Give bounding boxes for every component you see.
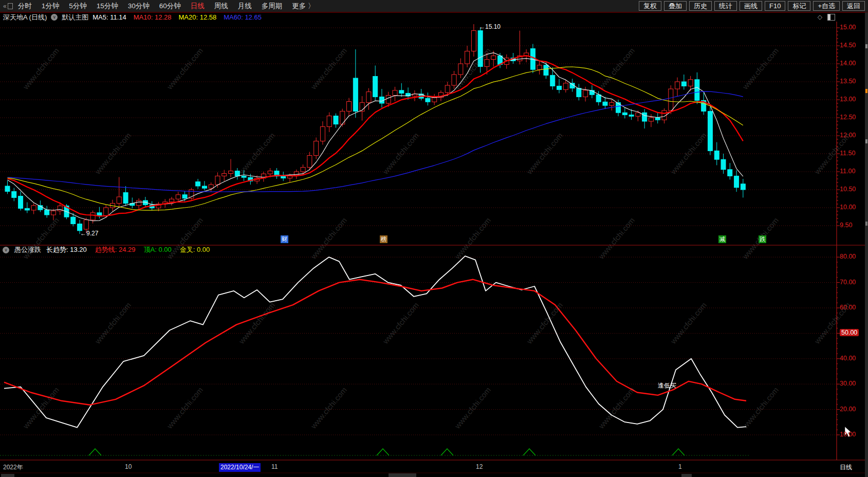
time-axis-label: 11	[271, 463, 278, 470]
signal-badge: 财	[281, 235, 288, 243]
buy-low-annotation: 逢低买	[658, 381, 676, 390]
trading-app-window: « 分时1分钟5分钟15分钟30分钟60分钟日线周线月线多周期更多 〉 复权叠加…	[0, 0, 868, 477]
price-axis-tick: 13.00	[840, 96, 856, 103]
price-axis-tick: 11.50	[840, 150, 855, 157]
time-axis-label: 1	[678, 463, 682, 470]
time-axis-label: 2022年	[3, 463, 23, 472]
signal-badge: 跌	[759, 235, 766, 243]
clipped-bottom-row	[1, 474, 14, 477]
chart-canvas[interactable]	[0, 0, 868, 477]
indicator-axis-tick: 40.00	[840, 355, 856, 362]
price-axis-tick: 13.50	[840, 78, 856, 85]
price-annotation: ←9.27	[80, 230, 98, 237]
indicator-axis-tick: 70.00	[840, 279, 856, 286]
indicator-axis-tick: 20.00	[840, 406, 856, 413]
signal-badge: 减	[718, 235, 726, 243]
indicator-axis-tick: 10.00	[840, 431, 856, 438]
time-axis-label: 10	[125, 463, 132, 470]
signal-badge: 榜	[380, 235, 387, 243]
period-axis-label: 日线	[840, 463, 852, 472]
right-scrollbar[interactable]	[865, 12, 868, 477]
price-axis-tick: 14.00	[840, 60, 856, 67]
price-axis-tick: 9.50	[840, 222, 852, 229]
indicator-axis-tick: 60.00	[840, 304, 856, 311]
price-annotation: ←15.10	[479, 23, 501, 30]
time-axis-label: 12	[476, 463, 483, 470]
selected-date-label: 2022/10/24/一	[219, 463, 261, 472]
price-axis-tick: 11.00	[840, 168, 855, 175]
clipped-bottom-row	[389, 473, 416, 477]
price-axis-tick: 15.00	[840, 24, 856, 31]
clipped-bottom-row	[681, 474, 692, 477]
price-axis-tick: 10.00	[840, 204, 856, 211]
indicator-axis-tick: 50.00	[840, 329, 859, 336]
price-axis-tick: 14.50	[840, 42, 856, 49]
indicator-axis-tick: 80.00	[840, 253, 856, 260]
indicator-axis-tick: 30.00	[840, 380, 856, 387]
price-axis-tick: 12.00	[840, 132, 856, 139]
price-axis-tick: 10.50	[840, 186, 856, 193]
price-axis-tick: 12.50	[840, 114, 856, 121]
